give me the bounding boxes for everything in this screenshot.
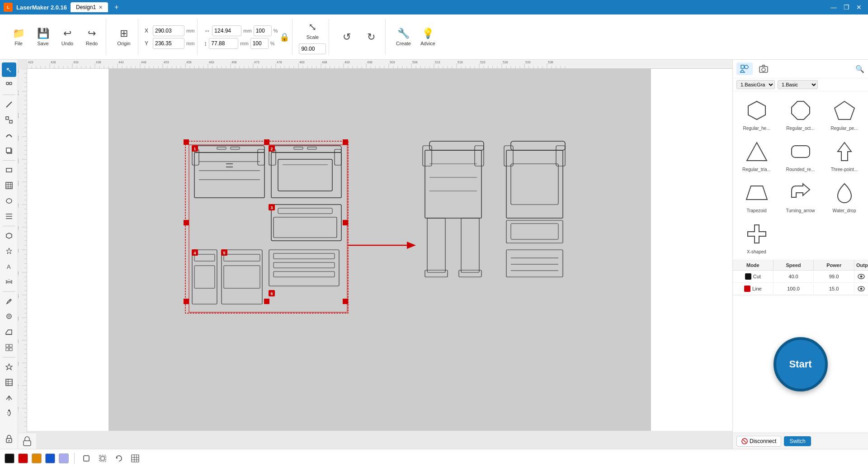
- height-input[interactable]: [209, 38, 238, 49]
- disconnect-button[interactable]: Disconnect: [736, 436, 781, 447]
- lock-tool-btn[interactable]: [2, 432, 16, 446]
- select-all-tool-btn[interactable]: [96, 452, 109, 465]
- minimize-button[interactable]: —: [828, 2, 839, 13]
- shape-trapezoid[interactable]: Trapezoid: [736, 177, 777, 215]
- start-label: Start: [789, 358, 811, 370]
- mirror-tool-btn[interactable]: [2, 275, 16, 289]
- search-button[interactable]: 🔍: [855, 65, 864, 73]
- svg-text:415: 415: [18, 271, 19, 276]
- shape-water-drop[interactable]: Water_drop: [824, 177, 864, 215]
- svg-text:380: 380: [18, 113, 19, 118]
- color-blue[interactable]: [45, 453, 55, 463]
- canvas-svg: 1 2: [27, 69, 732, 431]
- close-tab-button[interactable]: ✕: [99, 5, 103, 10]
- color-red[interactable]: [18, 453, 28, 463]
- width-input[interactable]: [212, 25, 241, 36]
- lock-scale-icon[interactable]: 🔒: [279, 32, 289, 42]
- undo-icon: ↩: [63, 28, 71, 39]
- rotate-cw-button[interactable]: ↻: [360, 29, 382, 45]
- advice-button[interactable]: 💡 Advice: [416, 26, 439, 48]
- x-input[interactable]: [153, 25, 184, 36]
- text-tool-btn[interactable]: A: [2, 259, 16, 274]
- table-tool-btn[interactable]: [2, 375, 16, 390]
- copy-tool-btn[interactable]: [2, 143, 16, 158]
- titlebar: L LaserMaker 2.0.16 Design1 ✕ + — ❐ ✕: [0, 0, 868, 14]
- shape-pentagon[interactable]: Regular_pe...: [824, 95, 864, 133]
- shape-octagon[interactable]: Regular_oct...: [780, 95, 821, 133]
- canvas-content[interactable]: 1 2: [27, 69, 732, 431]
- color-black[interactable]: [5, 453, 14, 463]
- pattern-tool-btn[interactable]: [2, 340, 16, 355]
- svg-text:533: 533: [525, 61, 531, 64]
- redo-icon: ↪: [88, 28, 96, 39]
- ellipse-tool-btn[interactable]: [2, 194, 16, 208]
- maximize-button[interactable]: ❐: [841, 2, 852, 13]
- layer-row-cut[interactable]: Cut 40.0 99.0: [733, 271, 868, 283]
- start-button[interactable]: Start: [774, 337, 828, 391]
- redo-button[interactable]: ↪ Redo: [80, 26, 103, 48]
- cut-visible-cell[interactable]: [854, 271, 868, 282]
- crop-tool-btn[interactable]: [80, 452, 93, 465]
- canvas-area[interactable]: 4234284334384434484534584634684734784834…: [18, 60, 732, 449]
- y-input[interactable]: [153, 38, 184, 49]
- shape-rounded-rect[interactable]: Rounded_re...: [780, 136, 821, 174]
- special-tool-btn[interactable]: [2, 360, 16, 374]
- color-light-blue[interactable]: [59, 453, 69, 463]
- height-pct-input[interactable]: [250, 38, 269, 49]
- multi-tool-btn[interactable]: [2, 113, 16, 127]
- svg-text:430: 430: [18, 339, 19, 344]
- line-tool-btn[interactable]: [2, 97, 16, 112]
- file-button[interactable]: 📁 File: [7, 26, 30, 48]
- grid-tool-btn[interactable]: [2, 178, 16, 193]
- shape-turning-arrow[interactable]: Turning_arrow: [780, 177, 821, 215]
- save-button[interactable]: 💾 Save: [32, 26, 54, 48]
- polygon-tool-btn[interactable]: [2, 229, 16, 243]
- svg-point-21: [7, 314, 11, 319]
- main-area: ↖: [0, 60, 868, 449]
- arrow-tool-btn[interactable]: [2, 391, 16, 405]
- erase-tool-btn[interactable]: [2, 325, 16, 339]
- rotate-ccw-button[interactable]: ↺: [335, 29, 358, 45]
- design-tab[interactable]: Design1 ✕: [71, 2, 108, 12]
- star-tool-btn[interactable]: [2, 244, 16, 258]
- node-tool-btn[interactable]: [2, 78, 16, 92]
- shape-triangle[interactable]: Regular_tria...: [736, 136, 777, 174]
- spinner-tool-btn[interactable]: [2, 406, 16, 420]
- svg-rect-4: [9, 120, 12, 123]
- angle-input[interactable]: [299, 43, 326, 54]
- color-orange[interactable]: [32, 453, 42, 463]
- origin-button[interactable]: ⊞ Origin: [113, 26, 135, 48]
- gallery-tab-camera[interactable]: [755, 62, 772, 75]
- line-visible-cell[interactable]: [854, 283, 868, 295]
- category-selectors: 1.BasicGra 2.Arrows 3.Symbols 1.Basic 2.…: [733, 78, 868, 91]
- rect-tool-btn[interactable]: [2, 163, 16, 177]
- secondary-category-select[interactable]: 1.Basic 2.Advanced: [778, 80, 818, 89]
- rotate-ccw-icon: ↺: [343, 31, 351, 43]
- scale-button[interactable]: ⤡ Scale: [301, 19, 324, 42]
- create-button[interactable]: 🔧 Create: [392, 26, 415, 48]
- primary-category-select[interactable]: 1.BasicGra 2.Arrows 3.Symbols: [736, 80, 775, 89]
- divider1: [3, 95, 15, 95]
- select-tool-btn[interactable]: ↖: [2, 62, 16, 77]
- layer-row-line[interactable]: Line 100.0 15.0: [733, 283, 868, 295]
- svg-line-20: [9, 300, 10, 301]
- undo-button[interactable]: ↩ Undo: [56, 26, 79, 48]
- width-pct-input[interactable]: [254, 25, 272, 36]
- align-tool-btn[interactable]: [2, 209, 16, 224]
- shape-hexagon[interactable]: Regular_he...: [736, 95, 777, 133]
- shape-three-point[interactable]: Three-point...: [824, 136, 864, 174]
- curve-tool-btn[interactable]: [2, 128, 16, 143]
- shape-x-shaped[interactable]: X-shaped: [736, 219, 777, 256]
- svg-rect-281: [108, 69, 651, 431]
- grid-view-tool-btn[interactable]: [129, 452, 142, 465]
- add-tab-button[interactable]: +: [112, 3, 121, 11]
- switch-button[interactable]: Switch: [784, 436, 811, 446]
- edit-tool-btn[interactable]: [2, 294, 16, 309]
- refresh-tool-btn[interactable]: [113, 452, 125, 465]
- svg-marker-367: [792, 101, 810, 119]
- svg-text:423: 423: [28, 61, 33, 64]
- close-window-button[interactable]: ✕: [854, 2, 864, 13]
- paint-tool-btn[interactable]: [2, 310, 16, 324]
- origin-icon: ⊞: [120, 28, 128, 39]
- gallery-tab-shapes[interactable]: [736, 62, 753, 75]
